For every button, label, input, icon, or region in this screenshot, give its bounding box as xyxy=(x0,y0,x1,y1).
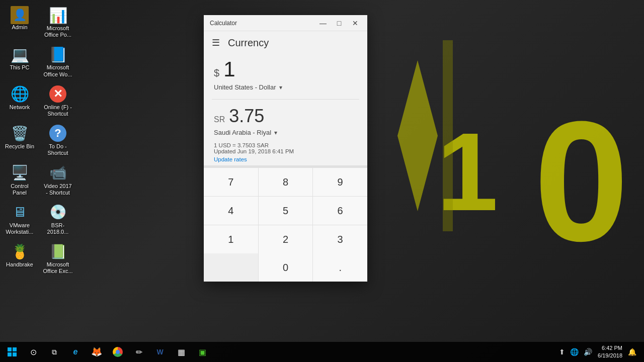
taskbar: ⊙ ⧉ e 🦊 ✏ W ▦ ▣ ⬆ 🌐 🔊 6:42 PM 6/19/2018 … xyxy=(0,342,644,362)
from-currency-dropdown-arrow: ▾ xyxy=(279,84,282,91)
bsr-2018-label: BSR-2018.0... xyxy=(42,222,73,235)
ms-office-po-icon: 📊 xyxy=(49,6,67,24)
num-9-button[interactable]: 9 xyxy=(313,168,367,196)
network-icon: 🌐 xyxy=(11,85,29,103)
this-pc-label: This PC xyxy=(10,64,29,71)
numpad: 7 8 9 4 5 6 1 2 3 xyxy=(204,165,367,253)
network-label: Network xyxy=(10,104,30,111)
admin-label: Admin xyxy=(12,24,27,31)
control-panel-icon: 🖥️ xyxy=(11,164,29,182)
desktop-icon-this-pc[interactable]: 💻 This PC xyxy=(2,43,37,79)
ms-office-exc-icon: 📗 xyxy=(49,242,67,260)
word-button[interactable]: W xyxy=(150,342,170,362)
time-display: 6:42 PM xyxy=(602,344,622,352)
desktop-icon-vmware[interactable]: 🖥 VMware Workstati... xyxy=(2,201,37,237)
online-f-label: Online (F) - Shortcut xyxy=(42,104,73,117)
num-4-button[interactable]: 4 xyxy=(204,197,258,225)
to-value: 3.75 xyxy=(229,106,264,127)
desktop-icon-to-do[interactable]: ? To Do - Shortcut xyxy=(40,122,75,158)
maximize-button[interactable]: □ xyxy=(331,15,347,31)
desktop-icon-video-2017[interactable]: 📹 Video 2017 - Shortcut xyxy=(40,162,75,198)
control-panel-label: Control Panel xyxy=(4,183,35,196)
desktop-icon-handbrake[interactable]: 🍍 Handbrake xyxy=(2,240,37,277)
from-currency-name: United States - Dollar xyxy=(214,83,276,91)
from-value: 1 xyxy=(223,57,234,81)
video-2017-label: Video 2017 - Shortcut xyxy=(42,183,73,196)
to-currency-selector[interactable]: Saudi Arabia - Riyal ▾ xyxy=(214,127,357,138)
vmware-label: VMware Workstati... xyxy=(4,222,35,235)
numpad-bottom-row: 0 . xyxy=(204,253,367,282)
bsr-2018-icon: 💿 xyxy=(49,203,67,221)
desktop-icon-online-f[interactable]: ✕ Online (F) - Shortcut xyxy=(40,83,75,119)
ms-office-po-label: Microsoft Office Po... xyxy=(42,25,73,38)
num-1-button[interactable]: 1 xyxy=(204,225,258,253)
start-button[interactable] xyxy=(2,342,22,362)
task-view-button[interactable]: ⧉ xyxy=(44,342,64,362)
chrome-button[interactable] xyxy=(108,342,128,362)
rate-line2: Updated Jun 19, 2018 6:41 PM xyxy=(214,148,357,154)
window-controls: — □ ✕ xyxy=(315,15,363,31)
num-5-button[interactable]: 5 xyxy=(259,197,313,225)
decimal-button[interactable]: . xyxy=(313,253,367,282)
volume-icon[interactable]: 🔊 xyxy=(582,348,594,356)
taskbar-clock[interactable]: 6:42 PM 6/19/2018 xyxy=(596,344,624,360)
from-currency-symbol: $ xyxy=(214,67,219,79)
background-bar xyxy=(443,40,453,231)
calculator-taskbar-button[interactable]: ▦ xyxy=(171,342,191,362)
desktop-icon-admin[interactable]: 👤 Admin xyxy=(2,4,37,40)
windows-logo-icon xyxy=(8,347,17,356)
ms-office-wo-label: Microsoft Office Wo... xyxy=(42,64,73,77)
calculator-titlebar: Calculator — □ ✕ xyxy=(204,15,367,31)
close-button[interactable]: ✕ xyxy=(347,15,363,31)
update-rates-link[interactable]: Update rates xyxy=(214,156,247,162)
notification-area-up[interactable]: ⬆ xyxy=(557,348,567,356)
desktop-icon-ms-office-po[interactable]: 📊 Microsoft Office Po... xyxy=(40,4,75,40)
this-pc-icon: 💻 xyxy=(11,45,29,63)
search-button[interactable]: ⊙ xyxy=(23,342,43,362)
svg-rect-0 xyxy=(8,347,12,351)
desktop-icon-ms-office-wo[interactable]: 📘 Microsoft Office Wo... xyxy=(40,43,75,79)
desktop-icon-recycle-bin[interactable]: 🗑️ Recycle Bin xyxy=(2,122,37,158)
num-3-button[interactable]: 3 xyxy=(313,225,367,253)
desktop-icon-control-panel[interactable]: 🖥️ Control Panel xyxy=(2,162,37,198)
admin-icon: 👤 xyxy=(11,6,29,24)
edge-button[interactable]: e xyxy=(65,342,86,362)
terminal-button[interactable]: ▣ xyxy=(192,342,212,362)
background-zero: 0 xyxy=(534,96,629,266)
calculator-window: Calculator — □ ✕ ☰ Currency $ 1 Unit xyxy=(204,15,367,282)
currency-divider xyxy=(212,99,359,100)
num-7-button[interactable]: 7 xyxy=(204,168,258,196)
recycle-bin-icon: 🗑️ xyxy=(11,124,29,142)
minimize-button[interactable]: — xyxy=(315,15,331,31)
desktop-icon-bsr-2018[interactable]: 💿 BSR-2018.0... xyxy=(40,201,75,237)
rate-line1: 1 USD = 3.7503 SAR xyxy=(214,142,357,148)
date-display: 6/19/2018 xyxy=(598,352,622,359)
desktop: 0 1 👤 Admin 📊 Microsoft Office Po... 💻 T… xyxy=(0,0,644,362)
num-6-button[interactable]: 6 xyxy=(313,197,367,225)
to-currency-dropdown-arrow: ▾ xyxy=(274,129,277,136)
desktop-icon-ms-office-exc[interactable]: 📗 Microsoft Office Exc... xyxy=(40,240,75,277)
to-currency-name: Saudi Arabia - Riyal xyxy=(214,129,271,136)
network-icon-taskbar[interactable]: 🌐 xyxy=(569,348,580,356)
notification-bell[interactable]: 🔔 xyxy=(626,348,638,356)
calculator-title: Calculator xyxy=(208,20,315,27)
online-f-icon: ✕ xyxy=(49,85,67,103)
svg-rect-2 xyxy=(8,352,12,356)
taskbar-right: ⬆ 🌐 🔊 6:42 PM 6/19/2018 🔔 xyxy=(557,344,642,360)
recycle-bin-label: Recycle Bin xyxy=(5,143,34,150)
num-2-button[interactable]: 2 xyxy=(259,225,313,253)
firefox-button[interactable]: 🦊 xyxy=(87,342,107,362)
vmware-icon: 🖥 xyxy=(11,203,29,221)
from-currency-selector[interactable]: United States - Dollar ▾ xyxy=(214,81,357,93)
pencil-button[interactable]: ✏ xyxy=(129,342,149,362)
desktop-icon-network[interactable]: 🌐 Network xyxy=(2,83,37,119)
calculator-header: ☰ Currency xyxy=(204,31,367,52)
svg-rect-1 xyxy=(13,347,17,351)
rate-info: 1 USD = 3.7503 SAR Updated Jun 19, 2018 … xyxy=(204,139,367,165)
to-currency-display: SR 3.75 Saudi Arabia - Riyal ▾ xyxy=(204,104,367,139)
num-8-button[interactable]: 8 xyxy=(259,168,313,196)
num-0-button[interactable]: 0 xyxy=(259,253,313,282)
desktop-icons: 👤 Admin 📊 Microsoft Office Po... 💻 This … xyxy=(2,4,75,277)
ms-office-exc-label: Microsoft Office Exc... xyxy=(42,261,73,275)
hamburger-menu-button[interactable]: ☰ xyxy=(210,35,222,50)
